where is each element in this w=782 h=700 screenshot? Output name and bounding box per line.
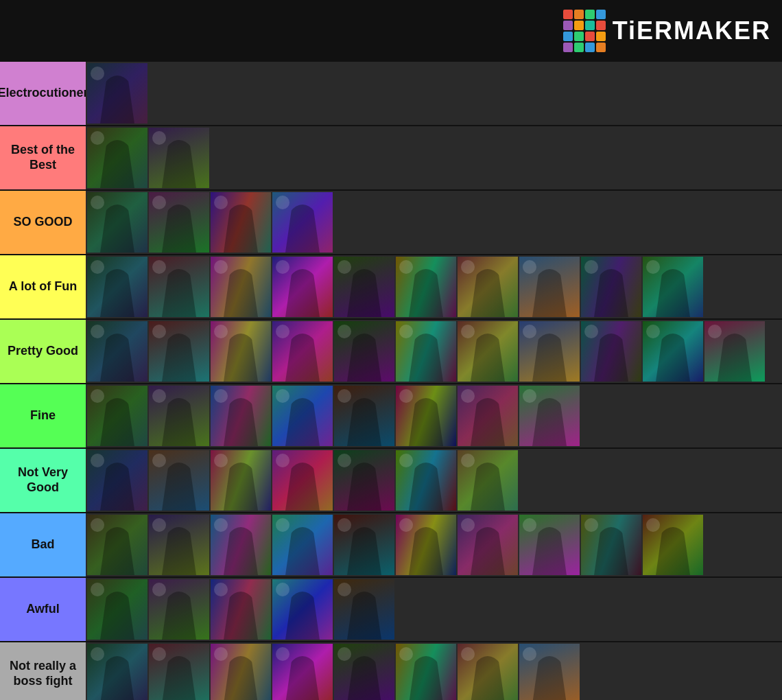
boss-card-boss-pg-5[interactable] xyxy=(334,321,394,382)
tier-row-bad: Bad xyxy=(0,513,782,578)
tier-row-best: Best of the Best xyxy=(0,126,782,191)
tier-content-bad xyxy=(86,513,782,576)
logo-cell-8 xyxy=(563,32,573,41)
boss-card-boss-pg-9[interactable] xyxy=(581,321,641,382)
boss-card-boss-nvg-5[interactable] xyxy=(334,450,394,511)
tier-label-electrocutioner: Electrocutioner xyxy=(0,62,86,125)
boss-card-boss-fine-7[interactable] xyxy=(458,386,518,446)
boss-card-boss-awful-2[interactable] xyxy=(149,579,209,640)
tier-content-fine xyxy=(86,384,782,447)
boss-card-boss-fine-6[interactable] xyxy=(396,386,456,446)
boss-card-boss-pg-3[interactable] xyxy=(211,321,271,382)
boss-card-boss-best-2[interactable] xyxy=(149,128,209,188)
boss-card-boss-fun-5[interactable] xyxy=(334,257,394,317)
tier-label-fine: Fine xyxy=(0,384,86,447)
tier-row-electrocutioner: Electrocutioner xyxy=(0,62,782,126)
boss-card-boss-nr-6[interactable] xyxy=(396,644,456,700)
boss-card-boss-nr-4[interactable] xyxy=(272,644,333,700)
tier-list: ElectrocutionerBest of the BestSO GOODA … xyxy=(0,62,782,700)
logo-cell-12 xyxy=(563,43,573,52)
boss-card-boss-nr-8[interactable] xyxy=(519,644,580,700)
boss-card-boss-pg-11[interactable] xyxy=(704,321,765,382)
boss-card-boss-pg-4[interactable] xyxy=(272,321,333,382)
boss-card-boss-bad-8[interactable] xyxy=(519,515,580,575)
boss-card-boss-awful-1[interactable] xyxy=(87,579,147,640)
boss-card-boss-fun-10[interactable] xyxy=(643,257,703,317)
tier-content-best xyxy=(86,126,782,189)
tier-label-not-really: Not really a boss fight xyxy=(0,642,86,700)
boss-card-boss-nr-1[interactable] xyxy=(87,644,147,700)
boss-card-boss-nvg-4[interactable] xyxy=(272,450,333,511)
tier-content-awful xyxy=(86,578,782,641)
tier-content-not-really xyxy=(86,642,782,700)
boss-card-boss-awful-4[interactable] xyxy=(272,579,333,640)
boss-card-boss-fun-6[interactable] xyxy=(396,257,456,317)
tier-row-not-really: Not really a boss fight xyxy=(0,642,782,700)
boss-card-boss-nr-2[interactable] xyxy=(149,644,209,700)
boss-card-boss-bad-6[interactable] xyxy=(396,515,456,575)
logo-cell-9 xyxy=(574,32,584,41)
boss-card-boss-sogood-1[interactable] xyxy=(87,192,147,253)
boss-card-boss-fun-7[interactable] xyxy=(458,257,518,317)
tier-label-awful: Awful xyxy=(0,578,86,641)
tier-row-awful: Awful xyxy=(0,578,782,642)
boss-card-boss-nr-7[interactable] xyxy=(458,644,518,700)
boss-card-boss-pg-6[interactable] xyxy=(396,321,456,382)
boss-card-boss-nr-3[interactable] xyxy=(211,644,271,700)
boss-card-boss-bad-9[interactable] xyxy=(581,515,641,575)
logo-text: TiERMAKER xyxy=(613,16,771,45)
boss-card-boss-pg-2[interactable] xyxy=(149,321,209,382)
boss-card-boss-fun-4[interactable] xyxy=(272,257,333,317)
tier-label-so-good: SO GOOD xyxy=(0,191,86,254)
boss-card-boss-fun-1[interactable] xyxy=(87,257,147,317)
boss-card-boss-nvg-2[interactable] xyxy=(149,450,209,511)
tier-content-so-good xyxy=(86,191,782,254)
boss-card-boss-fun-3[interactable] xyxy=(211,257,271,317)
boss-card-boss-pg-1[interactable] xyxy=(87,321,147,382)
boss-card-boss-fun-2[interactable] xyxy=(149,257,209,317)
boss-card-boss-fine-2[interactable] xyxy=(149,386,209,446)
boss-card-boss-pg-7[interactable] xyxy=(458,321,518,382)
boss-card-boss-fine-1[interactable] xyxy=(87,386,147,446)
boss-card-boss-sogood-4[interactable] xyxy=(272,192,333,253)
boss-card-boss-fine-5[interactable] xyxy=(334,386,394,446)
boss-card-boss-pg-10[interactable] xyxy=(643,321,703,382)
boss-card-boss-bad-1[interactable] xyxy=(87,515,147,575)
logo-cell-4 xyxy=(563,21,573,30)
tier-row-not-very-good: Not Very Good xyxy=(0,449,782,513)
boss-card-boss-nr-5[interactable] xyxy=(334,644,394,700)
boss-card-boss-fine-4[interactable] xyxy=(272,386,333,446)
boss-card-boss-awful-3[interactable] xyxy=(211,579,271,640)
boss-card-boss-fine-3[interactable] xyxy=(211,386,271,446)
boss-card-boss-sogood-2[interactable] xyxy=(149,192,209,253)
boss-card-boss-awful-5[interactable] xyxy=(334,579,394,640)
tier-content-not-very-good xyxy=(86,449,782,512)
tier-row-lot-of-fun: A lot of Fun xyxy=(0,255,782,320)
boss-card-boss-fun-8[interactable] xyxy=(519,257,580,317)
logo-grid-icon xyxy=(563,10,606,52)
boss-card-boss-bad-2[interactable] xyxy=(149,515,209,575)
boss-card-boss-nvg-7[interactable] xyxy=(458,450,518,511)
boss-card-boss-nvg-3[interactable] xyxy=(211,450,271,511)
logo-cell-15 xyxy=(596,43,606,52)
tiermaker-logo: TiERMAKER xyxy=(563,10,771,52)
boss-card-boss-fine-8[interactable] xyxy=(519,386,580,446)
boss-card-boss-bad-10[interactable] xyxy=(643,515,703,575)
boss-card-boss-fun-9[interactable] xyxy=(581,257,641,317)
tier-row-fine: Fine xyxy=(0,384,782,449)
boss-card-boss-sogood-3[interactable] xyxy=(211,192,271,253)
tier-label-best: Best of the Best xyxy=(0,126,86,189)
logo-cell-0 xyxy=(563,10,573,19)
tier-content-electrocutioner xyxy=(86,62,782,125)
boss-card-boss-nvg-1[interactable] xyxy=(87,450,147,511)
logo-cell-1 xyxy=(574,10,584,19)
boss-card-boss-bad-7[interactable] xyxy=(458,515,518,575)
logo-cell-5 xyxy=(574,21,584,30)
boss-card-electrocutioner[interactable] xyxy=(87,63,147,124)
boss-card-boss-nvg-6[interactable] xyxy=(396,450,456,511)
boss-card-boss-bad-3[interactable] xyxy=(211,515,271,575)
boss-card-boss-bad-4[interactable] xyxy=(272,515,333,575)
boss-card-boss-bad-5[interactable] xyxy=(334,515,394,575)
boss-card-boss-best-1[interactable] xyxy=(87,128,147,188)
boss-card-boss-pg-8[interactable] xyxy=(519,321,580,382)
